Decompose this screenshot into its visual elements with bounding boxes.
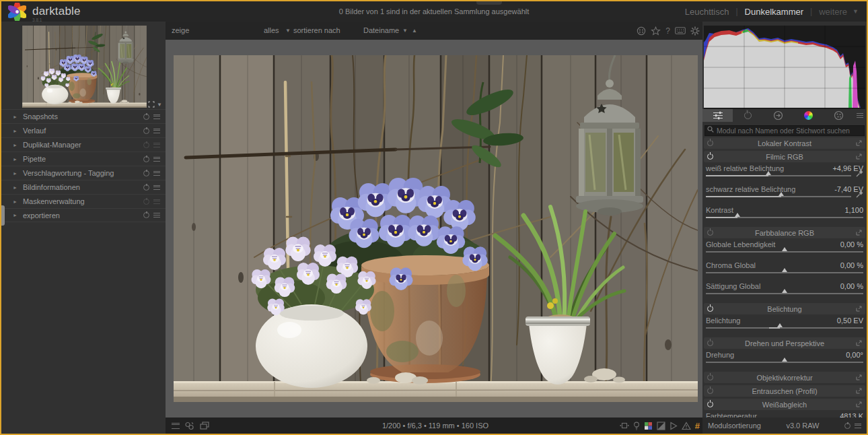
- reset-icon[interactable]: [143, 142, 149, 148]
- sidebar-item-snapshots[interactable]: ► Snapshots: [1, 109, 166, 123]
- sidebar-item-duplikat-manager[interactable]: ► Duplikat-Manager: [1, 137, 166, 152]
- sidebar-item-bildinformationen[interactable]: ► Bildinformationen: [1, 180, 166, 194]
- reset-icon[interactable]: [143, 170, 149, 176]
- sidebar-item-exportieren[interactable]: ► exportieren: [1, 208, 166, 222]
- presets-menu-icon[interactable]: [153, 114, 160, 119]
- tab-active-modules[interactable]: [702, 109, 733, 122]
- slider-thumb[interactable]: [782, 268, 787, 272]
- multi-instance-icon[interactable]: [856, 154, 862, 160]
- clipping-warning-icon[interactable]: [682, 422, 691, 430]
- darkroom-viewport[interactable]: [166, 40, 705, 417]
- color-picker-icon[interactable]: [856, 191, 863, 198]
- power-icon[interactable]: [707, 340, 713, 346]
- chevron-down-icon[interactable]: ▼: [853, 8, 859, 15]
- slider-track[interactable]: [706, 293, 863, 294]
- chevron-down-icon[interactable]: ▼: [285, 22, 291, 40]
- slider-track[interactable]: [706, 251, 863, 253]
- left-panel-collapse-handle[interactable]: [1, 205, 5, 226]
- sort-ascending-icon[interactable]: ▲: [412, 22, 417, 40]
- sidebar-item-pipette[interactable]: ► Pipette: [1, 152, 166, 166]
- slider-weiss-relative-belichtung[interactable]: weiß relative Belichtung +4,96 EV: [706, 164, 863, 180]
- presets-menu-icon[interactable]: [153, 129, 160, 133]
- slider-thumb[interactable]: [782, 358, 787, 362]
- chevron-down-icon[interactable]: ▼: [402, 22, 408, 40]
- reset-icon[interactable]: [143, 199, 149, 205]
- second-window-icon[interactable]: [637, 26, 646, 36]
- rawoverexposed-icon[interactable]: [670, 422, 678, 430]
- reset-icon[interactable]: [844, 423, 851, 429]
- slider-globale-lebendigkeit[interactable]: Globale Lebendigkeit 0,00 %: [706, 240, 863, 257]
- power-icon[interactable]: [707, 306, 713, 312]
- photo-canvas[interactable]: [174, 55, 698, 402]
- view-weitere[interactable]: weitere: [819, 7, 847, 17]
- collapse-navigation-icon[interactable]: ▼: [157, 102, 162, 108]
- module-header[interactable]: Objektivkorrektur: [704, 372, 865, 383]
- module-header[interactable]: Lokaler Kontrast: [704, 137, 865, 149]
- multi-instance-icon[interactable]: [856, 401, 862, 407]
- expander-icon[interactable]: ►: [13, 171, 17, 176]
- reset-icon[interactable]: [143, 114, 149, 120]
- expander-icon[interactable]: ►: [13, 213, 17, 218]
- presets-menu-icon[interactable]: [153, 199, 160, 204]
- presets-menu-icon[interactable]: [153, 171, 160, 176]
- slider-drehung[interactable]: Drehung 0,00°: [706, 351, 863, 367]
- slider-schwarz-relative-belichtung[interactable]: schwarz relative Belichtung -7,40 EV: [706, 185, 863, 201]
- module-header[interactable]: Belichtung: [704, 303, 865, 314]
- power-icon[interactable]: [707, 388, 713, 394]
- multi-instance-icon[interactable]: [856, 340, 862, 346]
- slider-track[interactable]: [706, 362, 863, 363]
- power-icon[interactable]: [707, 230, 713, 236]
- overexposed-warning-icon[interactable]: [657, 422, 665, 430]
- filter-dropdown[interactable]: alles: [264, 22, 279, 40]
- module-header[interactable]: Entrauschen (Profil): [704, 385, 865, 397]
- sidebar-item-maskenverwaltung[interactable]: ► Maskenverwaltung: [1, 194, 166, 208]
- module-order-value[interactable]: v3.0 RAW: [761, 422, 844, 430]
- slider-belichtung[interactable]: Belichtung 0,50 EV: [706, 316, 863, 333]
- module-header[interactable]: Farbbalance RGB: [704, 227, 865, 238]
- expander-icon[interactable]: ►: [13, 114, 17, 119]
- expander-icon[interactable]: ►: [13, 199, 17, 204]
- expander-icon[interactable]: ►: [13, 129, 17, 133]
- color-picker-icon[interactable]: [856, 170, 863, 177]
- module-search-input[interactable]: [704, 125, 865, 136]
- slider-track[interactable]: [706, 327, 863, 329]
- slider-track[interactable]: [706, 175, 851, 176]
- presets-menu-icon[interactable]: [153, 185, 160, 190]
- expander-icon[interactable]: ►: [13, 143, 17, 147]
- slider-track[interactable]: [706, 272, 863, 273]
- slider-track[interactable]: [706, 196, 851, 197]
- reset-icon[interactable]: [143, 212, 149, 218]
- multi-instance-icon[interactable]: [856, 306, 862, 312]
- module-header[interactable]: Drehen und Perspektive: [704, 337, 865, 349]
- multi-instance-icon[interactable]: [856, 230, 862, 236]
- slider-saettigung-global[interactable]: Sättigung Global 0,00 %: [706, 282, 863, 298]
- slider-thumb[interactable]: [782, 247, 787, 251]
- slider-chroma-global[interactable]: Chroma Global 0,00 %: [706, 261, 863, 277]
- rating-star-icon[interactable]: [651, 26, 661, 36]
- reset-icon[interactable]: [143, 185, 149, 191]
- presets-menu-icon[interactable]: [153, 157, 160, 162]
- expander-icon[interactable]: ►: [13, 185, 17, 190]
- power-icon[interactable]: [707, 154, 713, 160]
- slider-thumb[interactable]: [777, 323, 783, 327]
- gamut-check-bulb-icon[interactable]: [633, 422, 640, 430]
- view-leuchttisch[interactable]: Leuchttisch: [685, 7, 729, 17]
- slider-track[interactable]: [706, 217, 863, 218]
- slider-thumb[interactable]: [735, 213, 740, 217]
- reset-icon[interactable]: [143, 128, 149, 134]
- preferences-gear-icon[interactable]: [690, 26, 700, 36]
- presets-menu-icon[interactable]: [855, 424, 861, 428]
- multi-instance-icon[interactable]: [856, 140, 862, 146]
- help-icon[interactable]: ?: [665, 26, 670, 36]
- navigation-thumbnail[interactable]: [22, 26, 147, 108]
- expander-icon[interactable]: ►: [13, 157, 17, 162]
- module-header[interactable]: Weißabgleich: [704, 399, 865, 410]
- power-icon[interactable]: [707, 140, 713, 146]
- tab-enabled-modules[interactable]: [733, 109, 763, 122]
- fit-zoom-icon[interactable]: [148, 101, 155, 108]
- grid-overlay-icon[interactable]: #: [695, 421, 700, 431]
- slider-kontrast[interactable]: Kontrast 1,100: [706, 206, 863, 222]
- shortcuts-keyboard-icon[interactable]: [675, 27, 686, 34]
- histogram[interactable]: [704, 26, 865, 109]
- reset-icon[interactable]: [143, 156, 149, 162]
